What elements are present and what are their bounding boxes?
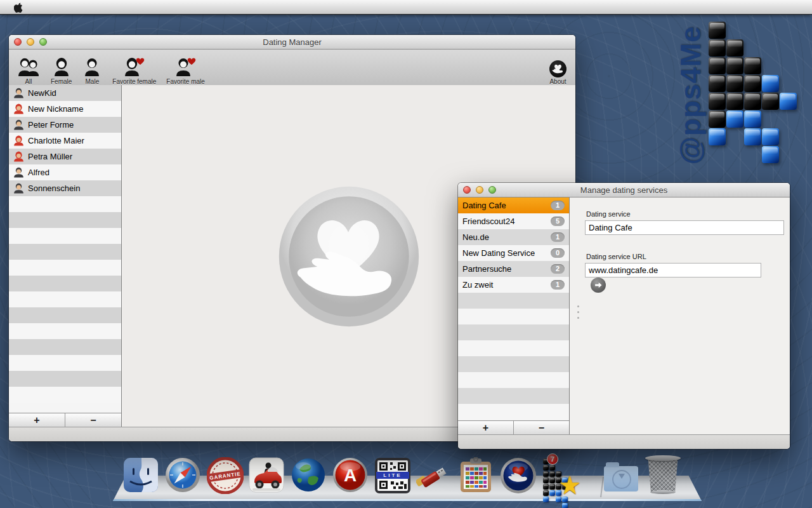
logo-tile — [726, 110, 743, 128]
service-name: New Dating Service — [462, 248, 535, 258]
favorite-male-icon — [173, 57, 199, 77]
manage-dating-services-window: Manage dating services Dating Cafe 1 Fri… — [458, 183, 790, 449]
logo-tile — [549, 490, 555, 496]
contact-row[interactable]: Charlotte Maier — [9, 133, 121, 149]
logo-tile — [744, 75, 761, 92]
close-button[interactable] — [14, 38, 22, 46]
add-contact-button[interactable]: + — [9, 413, 65, 427]
dock-trash[interactable] — [645, 457, 681, 494]
dock-globe[interactable] — [291, 457, 327, 494]
services-sidebar: Dating Cafe 1 Friendscout24 5 Neu.de 1 N… — [458, 197, 570, 435]
dock-qr-lite[interactable]: LITE — [374, 457, 411, 494]
logo-tile — [762, 75, 779, 92]
window-title: Dating Manager — [263, 37, 322, 47]
logo-tile — [762, 93, 779, 110]
logo-tile — [549, 478, 555, 483]
globe-icon — [291, 457, 326, 493]
contact-name: New Nickname — [28, 104, 83, 114]
all-people-icon — [16, 57, 41, 77]
contact-name: Sonnenschein — [28, 184, 80, 193]
dock-dating-manager[interactable] — [500, 457, 537, 494]
add-service-button[interactable]: + — [458, 421, 514, 435]
contact-row[interactable]: Petra Müller — [9, 149, 121, 164]
toolbar-favorite-female-button[interactable]: Favorite female — [112, 57, 156, 85]
usb-stick-icon — [416, 457, 453, 494]
empty-row — [458, 293, 569, 309]
toolbar-label: Male — [86, 78, 100, 85]
service-name-input[interactable] — [585, 220, 784, 235]
services-titlebar[interactable]: Manage dating services — [458, 183, 790, 197]
remove-service-button[interactable]: − — [514, 421, 569, 435]
splitter-handle[interactable] — [577, 305, 579, 319]
dock-car-app[interactable] — [249, 457, 285, 494]
contact-row[interactable]: Peter Forme — [9, 117, 121, 133]
toolbar-all-button[interactable]: All — [16, 57, 41, 85]
logo-tile — [780, 93, 797, 110]
zoom-button[interactable] — [488, 186, 496, 194]
open-url-button[interactable] — [591, 277, 606, 293]
logo-tile — [543, 497, 549, 502]
apple-menu-icon[interactable] — [14, 2, 23, 13]
service-url-input[interactable] — [585, 263, 761, 277]
window-title: Manage dating services — [580, 185, 667, 195]
main-titlebar[interactable]: Dating Manager — [9, 35, 575, 50]
dock-garantie[interactable]: GARANTIE — [207, 457, 244, 494]
about-heart-hand-icon — [549, 60, 566, 77]
garantie-stamp-icon: GARANTIE — [207, 457, 244, 494]
contact-name: Alfred — [28, 168, 49, 177]
contact-row[interactable]: Alfred — [9, 164, 121, 180]
close-button[interactable] — [463, 186, 471, 194]
service-name: Friendscout24 — [462, 217, 514, 226]
toolbar-favorite-male-button[interactable]: Favorite male — [166, 57, 205, 85]
heart-in-hand-app-icon — [500, 457, 537, 494]
empty-row — [9, 212, 121, 228]
zoom-button[interactable] — [39, 38, 47, 46]
dock-finder[interactable] — [123, 457, 160, 494]
empty-row — [458, 404, 569, 420]
contacts-list-buttons: + − — [9, 413, 121, 427]
toolbar-about-button[interactable]: About — [549, 60, 566, 85]
empty-row — [458, 372, 569, 388]
empty-row — [9, 244, 121, 260]
service-row[interactable]: Neu.de 1 — [458, 229, 569, 245]
female-contact-icon — [13, 104, 24, 114]
logo-tile — [549, 484, 555, 490]
logo-tile — [709, 128, 726, 145]
logo-tile — [709, 93, 726, 110]
contact-row[interactable]: New Nickname — [9, 101, 121, 117]
dock-downloads-folder[interactable] — [603, 457, 639, 494]
contact-row[interactable]: NewKid — [9, 85, 121, 101]
service-row[interactable]: Partnersuche 2 — [458, 261, 569, 277]
toolbar-label: All — [25, 78, 32, 85]
contact-row[interactable]: Sonnenschein — [9, 180, 121, 196]
dock: GARANTIE — [113, 444, 702, 505]
dock-pps4me-star[interactable]: ★ 7 — [542, 457, 579, 494]
toolbar-label: Female — [51, 78, 72, 85]
service-row[interactable]: New Dating Service 0 — [458, 245, 569, 261]
empty-row — [9, 228, 121, 244]
dock-red-a-app[interactable]: A — [332, 457, 369, 494]
dock-usb-stick[interactable] — [416, 457, 453, 494]
remove-contact-button[interactable]: − — [65, 413, 121, 427]
downloads-folder-icon — [604, 466, 638, 491]
service-row[interactable]: Zu zweit 1 — [458, 277, 569, 293]
service-name: Neu.de — [462, 232, 489, 242]
service-row[interactable]: Friendscout24 5 — [458, 213, 569, 229]
contact-name: Petra Müller — [28, 152, 72, 161]
empty-row — [9, 196, 121, 212]
toolbar-label: Favorite male — [166, 78, 205, 85]
dock-organizer[interactable] — [458, 457, 495, 494]
safari-compass-icon — [165, 457, 200, 493]
service-row-selected[interactable]: Dating Cafe 1 — [458, 197, 569, 213]
toolbar-female-button[interactable]: Female — [51, 57, 72, 85]
traffic-lights — [463, 186, 496, 194]
qr-lite-band: LITE — [376, 472, 409, 479]
minimize-button[interactable] — [476, 186, 483, 194]
logo-tile — [762, 146, 779, 163]
toolbar-male-button[interactable]: Male — [82, 57, 102, 85]
minimize-button[interactable] — [27, 38, 34, 46]
contact-name: Charlotte Maier — [28, 136, 84, 145]
dock-safari[interactable] — [165, 457, 202, 494]
pps4me-logo-tiles — [709, 22, 797, 163]
service-url-label: Dating service URL — [586, 253, 777, 260]
